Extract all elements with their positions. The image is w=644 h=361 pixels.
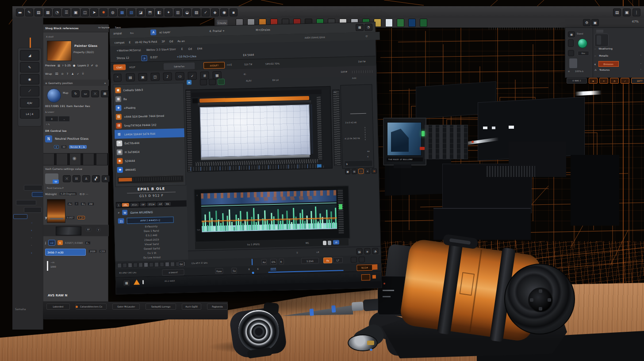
panel-tool[interactable]: ⊢1-25 [62,64,71,67]
chevron-down-icon[interactable]: ˇ [640,69,642,71]
pill-button[interactable] [13,214,27,219]
titlebar-button[interactable]: ◔ [364,23,372,31]
asset-tile[interactable] [397,19,404,27]
toolbar-icon[interactable]: ▤ [34,8,42,16]
viewport-scrollbar[interactable]: M2 [333,89,341,165]
rowa-icon[interactable]: ▤ [356,248,362,254]
strip-square[interactable] [133,263,138,268]
emission-highlight[interactable]: Emission [598,61,619,67]
gem-icon[interactable] [578,38,587,48]
slider-value-2[interactable]: 0.29 [77,216,85,219]
menu-item[interactable]: As an [177,39,185,42]
strip-seg[interactable]: ES2# [147,203,156,206]
mini-icon[interactable]: □ [358,169,364,174]
strip-seg[interactable]: AS1h [130,203,139,206]
panel-tool[interactable]: ♟ [71,72,73,75]
toolbar-icon[interactable]: ◆ [211,8,219,16]
toolbar-icon[interactable]: ✓ [202,8,210,16]
chevron-down-icon[interactable]: ˇ [640,54,642,57]
strip-seg[interactable]: 4# [140,203,146,206]
rowc-blue-label[interactable]: 4444 [270,267,276,270]
rowa-icon[interactable]: ◔ [372,248,378,254]
collapse-icon[interactable]: ⌃ [114,73,122,81]
v-chip[interactable]: V [96,228,100,231]
pattern-icon[interactable]: ▞ [92,175,100,182]
pill-button[interactable] [24,207,42,213]
strip-square[interactable] [160,262,164,267]
toolbar-icon[interactable]: ▩ [118,8,126,16]
rowb-button[interactable]: G% [270,259,277,265]
strip-seg[interactable]: NN [165,202,171,206]
toolbar-icon[interactable]: ◫ [150,73,159,81]
scroll-green-segment[interactable] [339,204,342,209]
rowc-orange-box[interactable]: NU1# [356,265,372,271]
orange-tool-chip[interactable]: CS#1 [113,64,126,70]
panel-tool[interactable]: Wrap [45,72,52,75]
section-geometry[interactable]: ≡ Geometry position + [43,80,109,86]
tool-button[interactable]: ⟋ [20,86,39,96]
toolbar-icon[interactable]: ✹ [100,8,107,16]
strip-orange-chip[interactable]: ✓ [621,78,629,84]
slider-value-1[interactable]: 0.057 [66,216,75,219]
disc-pill[interactable]: Disc [578,51,589,56]
toolbar-icon[interactable]: ◪ [137,8,145,16]
camera-icon[interactable]: ▦ [568,31,575,37]
tree-footer-strip[interactable] [117,175,184,184]
ff-chip[interactable]: FF [86,228,91,231]
strip-square[interactable] [117,263,122,268]
section-add-button[interactable]: + [104,81,106,84]
chevron-down-icon[interactable]: ˇ [640,63,642,65]
rowb-orange-chip[interactable]: Fa [323,257,332,263]
panel-icon[interactable]: ▣ [623,8,631,16]
panel-header-right1[interactable]: re-layrow [98,26,110,29]
toolbar-icon[interactable]: ▤ [126,73,135,81]
phone-icon[interactable] [568,39,574,47]
j-end-chip[interactable]: 4⌄ [85,241,91,245]
toolbar-icon[interactable]: ▧ [192,8,200,16]
status-blue-chip[interactable]: 35 [333,240,339,244]
strip-square[interactable] [149,262,153,267]
material-row-textures[interactable]: ⁂ Textures ˇ [594,69,644,71]
panel-tool[interactable]: Preview [45,64,55,67]
blue-chip2[interactable]: 2] [118,218,124,223]
tool-button-wide[interactable]: L4 | 4 [20,109,39,119]
rowc-box[interactable]: 4I B49/t47 [162,269,184,276]
rowc-button[interactable]: Sa [231,268,237,273]
anchor-icon[interactable]: ⚓ [102,175,110,182]
panel-tool[interactable]: ⌸ [82,72,84,75]
input-box[interactable]: 0 [45,116,58,122]
material-row-emission[interactable]: ◖ Emission ˇ [594,61,644,67]
toolbar-icon[interactable]: ☰ [62,8,70,16]
panel-tool[interactable]: ● [73,64,75,67]
rotate-icons[interactable]: ⟲ ⟳ ⋯ [80,192,88,196]
strip-end-box[interactable]: 1977 [631,78,644,84]
panel-tool[interactable]: ✐ [91,64,93,67]
mini-icon[interactable]: ▧ [352,169,357,174]
toolbar-icon[interactable]: ▦ [44,8,52,16]
strip-square[interactable] [154,262,159,267]
small-button[interactable]: ⏚ [74,202,79,206]
menu-item[interactable]: sb-42 Pay'6-Pat4 [135,40,157,43]
j-orange-chip[interactable]: 6 [58,240,63,245]
speaker-icon[interactable] [568,50,574,56]
toolbar-icon[interactable]: ◫ [81,8,89,16]
strip-seg[interactable]: 4# [157,202,164,206]
strip-square[interactable] [138,262,143,267]
mini-icon[interactable]: ▦ [345,169,350,174]
dot-item[interactable]: · [31,244,33,247]
row4-chip[interactable]: ◔ [142,55,147,61]
small-button[interactable]: 2W [88,202,94,206]
row3-item[interactable]: E [181,47,183,50]
strip-orange-chip[interactable]: ◈ [589,78,598,84]
toolbar-icon[interactable]: ◔ [53,8,61,16]
bottom-tab[interactable]: Sadap4G Lurrego [146,303,176,310]
pill-button[interactable] [24,185,42,191]
panel-tool[interactable]: 7 [67,72,69,75]
asset-tile[interactable] [420,19,427,27]
render-chip[interactable]: Render B | 2x [69,145,87,149]
toolbar-icon[interactable]: ▥ [174,8,182,16]
toolbar-icon[interactable]: ◒ [183,8,191,16]
titlebar-button[interactable]: ▦ [356,24,364,31]
rowd-orange-chip[interactable] [361,274,370,280]
strip-orange-chip[interactable]: ◔ [610,78,619,84]
